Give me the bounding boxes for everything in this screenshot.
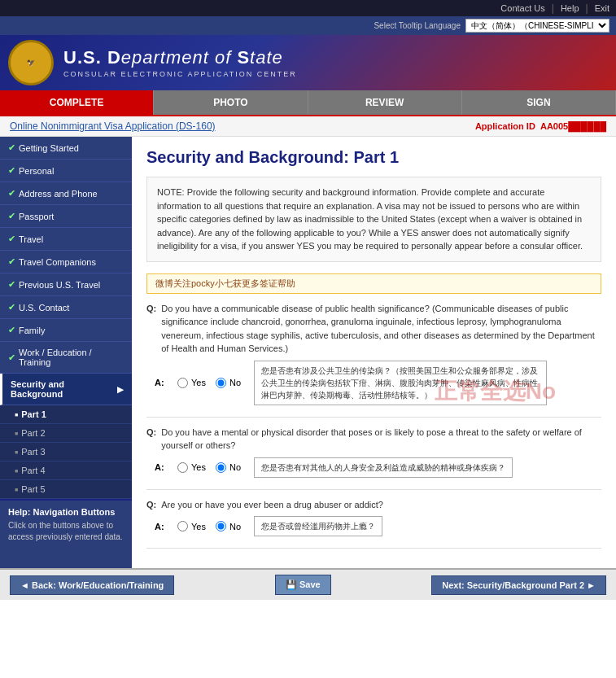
q3-no-option[interactable]: No: [216, 521, 241, 531]
sidebar-subitem-part5[interactable]: Part 5: [0, 480, 132, 499]
q2-label: Q:: [146, 426, 156, 453]
q3-text: Are you or have you ever been a drug abu…: [161, 498, 383, 512]
q2-text: Do you have a mental or physical disorde…: [161, 426, 601, 453]
back-button[interactable]: ◄ Back: Work/Education/Training: [10, 575, 174, 595]
answer-3: A: Yes No 您是否或曾经滥用药物并上瘾？: [146, 516, 601, 536]
app-id-label: Application ID: [475, 121, 535, 131]
a3-label: A:: [155, 522, 171, 531]
divider-3: [146, 548, 601, 549]
exit-link[interactable]: Exit: [595, 3, 609, 13]
q2-no-option[interactable]: No: [216, 462, 241, 473]
sidebar: ✔ Getting Started ✔ Personal ✔ Address a…: [0, 137, 132, 568]
department-name: U.S. Department of State: [63, 47, 297, 68]
question-2-section: Q: Do you have a mental or physical diso…: [146, 426, 601, 478]
sidebar-item-security-background[interactable]: Security and Background ▶: [0, 374, 132, 405]
sidebar-subitem-part3[interactable]: Part 3: [0, 443, 132, 461]
sidebar-subitem-part4[interactable]: Part 4: [0, 461, 132, 480]
sidebar-label-security-background: Security and Background: [11, 379, 114, 399]
form-name[interactable]: Online Nonimmigrant Visa Application (DS…: [10, 120, 216, 132]
q3-radio-group: Yes No: [177, 521, 241, 531]
top-bar: Contact Us | Help | Exit: [0, 0, 616, 16]
site-title-block: U.S. Department of State CONSULAR ELECTR…: [63, 47, 297, 78]
sidebar-label-passport: Passport: [19, 212, 54, 221]
contact-us-link[interactable]: Contact Us: [500, 3, 544, 13]
sidebar-item-address-phone[interactable]: ✔ Address and Phone: [0, 182, 132, 205]
a2-label: A:: [155, 462, 171, 472]
promo-bar: 微博关注pocky小七获更多签证帮助: [146, 273, 601, 294]
tab-complete[interactable]: COMPLETE: [0, 90, 154, 115]
answer-1: A: Yes No 您是否患有涉及公共卫生的传染病？（按照美国卫生和公众服务部界…: [146, 361, 601, 405]
main-content: Security and Background: Part 1 NOTE: Pr…: [132, 137, 616, 568]
next-button[interactable]: Next: Security/Background Part 2 ►: [431, 575, 606, 595]
q1-yes-radio[interactable]: [177, 378, 188, 388]
note-box: NOTE: Provide the following security and…: [146, 177, 601, 262]
sidebar-item-family[interactable]: ✔ Family: [0, 319, 132, 342]
sidebar-item-travel[interactable]: ✔ Travel: [0, 228, 132, 251]
sidebar-subitem-part1[interactable]: Part 1: [0, 405, 132, 424]
sidebar-label-us-contact: U.S. Contact: [19, 303, 69, 313]
sidebar-item-travel-companions[interactable]: ✔ Travel Companions: [0, 251, 132, 273]
q3-yes-radio[interactable]: [177, 521, 188, 531]
sidebar-item-personal[interactable]: ✔ Personal: [0, 160, 132, 182]
q1-yes-option[interactable]: Yes: [177, 378, 206, 388]
question-2: Q: Do you have a mental or physical diso…: [146, 426, 601, 453]
sidebar-subitem-part2[interactable]: Part 2: [0, 424, 132, 443]
check-icon: ✔: [8, 302, 15, 313]
tab-review[interactable]: REVIEW: [308, 90, 462, 115]
sidebar-label-travel: Travel: [19, 234, 43, 244]
app-id-value: AA005██████: [540, 121, 606, 131]
help-text: Click on the buttons above to access pre…: [8, 520, 124, 543]
tab-photo[interactable]: PHOTO: [154, 90, 308, 115]
check-icon: ✔: [8, 325, 15, 335]
site-header: 🦅 U.S. Department of State CONSULAR ELEC…: [0, 35, 616, 90]
tab-sign[interactable]: SIGN: [462, 90, 616, 115]
q3-yes-option[interactable]: Yes: [177, 521, 206, 531]
help-title: Help: Navigation Buttons: [8, 507, 124, 517]
q3-label: Q:: [146, 498, 156, 512]
divider-2: [146, 489, 601, 490]
a1-label: A:: [155, 378, 171, 387]
q1-no-option[interactable]: No: [216, 378, 241, 388]
q3-no-radio[interactable]: [216, 521, 226, 531]
subitem-label-part3: Part 3: [21, 447, 45, 457]
language-select[interactable]: 中文（简体）（CHINESE-SIMPLI: [465, 19, 609, 33]
help-link[interactable]: Help: [561, 3, 579, 13]
check-icon: ✔: [8, 279, 15, 290]
q1-text: Do you have a communicable disease of pu…: [161, 302, 601, 356]
q2-radio-group: Yes No: [177, 462, 241, 473]
sidebar-item-previous-us-travel[interactable]: ✔ Previous U.S. Travel: [0, 273, 132, 296]
arrow-icon: ▶: [117, 385, 124, 394]
page-title: Security and Background: Part 1: [146, 148, 601, 167]
q1-no-radio[interactable]: [216, 378, 226, 388]
site-subtitle: CONSULAR ELECTRONIC APPLICATION CENTER: [63, 70, 297, 78]
sidebar-item-passport[interactable]: ✔ Passport: [0, 205, 132, 228]
question-1-section: Q: Do you have a communicable disease of…: [146, 302, 601, 405]
subitem-label-part5: Part 5: [21, 484, 45, 494]
help-box: Help: Navigation Buttons Click on the bu…: [0, 499, 132, 549]
divider-1: [146, 417, 601, 418]
q2-no-radio[interactable]: [216, 462, 226, 473]
check-icon: ✔: [8, 234, 15, 244]
check-icon: ✔: [8, 211, 15, 221]
sidebar-label-work-education: Work / Education / Training: [19, 348, 124, 367]
department-seal: 🦅: [8, 40, 54, 85]
sidebar-label-family: Family: [19, 326, 45, 335]
save-button[interactable]: 💾 Save: [275, 575, 331, 595]
lang-label: Select Tooltip Language: [374, 21, 461, 30]
check-icon: ✔: [8, 352, 15, 363]
nav-tabs: COMPLETE PHOTO REVIEW SIGN: [0, 90, 616, 116]
bottom-navigation: ◄ Back: Work/Education/Training 💾 Save N…: [0, 568, 616, 600]
sidebar-item-getting-started[interactable]: ✔ Getting Started: [0, 137, 132, 160]
breadcrumb-bar: Online Nonimmigrant Visa Application (DS…: [0, 116, 616, 137]
q3-translation: 您是否或曾经滥用药物并上瘾？: [254, 516, 382, 536]
q2-yes-option[interactable]: Yes: [177, 462, 206, 473]
subitem-label-part2: Part 2: [21, 428, 45, 438]
question-1: Q: Do you have a communicable disease of…: [146, 302, 601, 356]
q2-yes-radio[interactable]: [177, 462, 188, 473]
subitem-label-part4: Part 4: [21, 466, 45, 475]
sidebar-item-us-contact[interactable]: ✔ U.S. Contact: [0, 296, 132, 319]
q1-translation: 您是否患有涉及公共卫生的传染病？（按照美国卫生和公众服务部界定，涉及公共卫生的传…: [254, 361, 547, 405]
promo-text: 微博关注pocky小七获更多签证帮助: [155, 278, 295, 288]
sidebar-item-work-education[interactable]: ✔ Work / Education / Training: [0, 342, 132, 374]
subitem-label-part1: Part 1: [21, 409, 46, 419]
